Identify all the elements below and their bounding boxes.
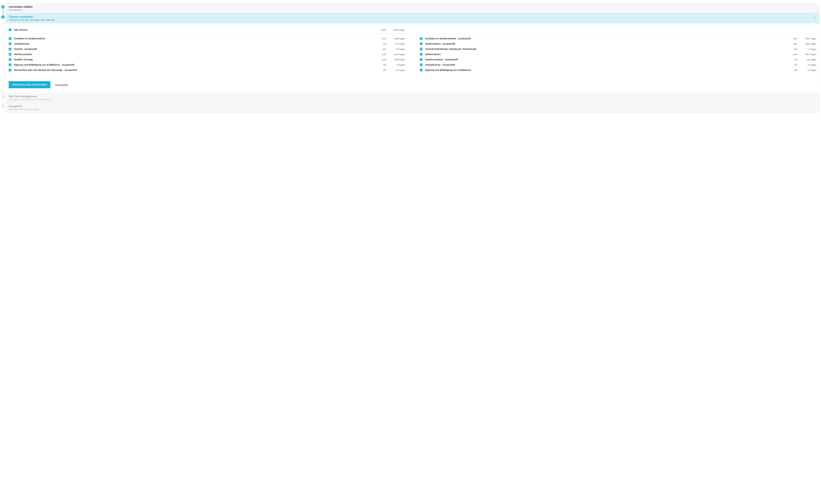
step-3-header[interactable]: Den Test konfigurieren Es ist an der Zei… (6, 93, 819, 103)
topic-checkbox[interactable] (9, 48, 11, 50)
topic-label: Verhalten im Straßenverkehr - Zusatzstof… (425, 37, 785, 40)
topic-label: Umweltschutz (14, 42, 374, 45)
step-2-body: Alle Themen 100% 1345 Fragen Verhalten i… (6, 23, 819, 93)
step-1: Lernmodus wählen Übungsmodus (2, 3, 819, 13)
topic-pct: 12% (375, 58, 386, 61)
topic-checkbox[interactable] (9, 58, 11, 61)
topic-count: 280 Fragen (387, 37, 405, 40)
topic-all-pct: 100% (375, 29, 386, 31)
topic-count: 262 Fragen (798, 53, 816, 56)
step-3-marker: 3 (1, 95, 5, 98)
topic-count: 1 Fragen (798, 69, 816, 71)
topic-label: Verkehrszeichen - Zusatzstoff (425, 58, 785, 61)
topic-label: Technik - Zusatzstoff (14, 48, 374, 50)
topics-col-right: Verhalten im Straßenverkehr - Zusatzstof… (420, 36, 816, 73)
topic-row: Verhalten im Straßenverkehr21%280 Fragen (9, 36, 405, 41)
topic-row: Technik (Fahrbetrieb, Fahrphysik, Fahrte… (420, 46, 816, 52)
save-continue-button[interactable]: SPEICHERN UND FORTFAHREN (9, 81, 50, 88)
topic-checkbox[interactable] (420, 42, 422, 45)
topic-count: 79 Fragen (387, 48, 405, 50)
topics-col-left: Verhalten im Straßenverkehr21%280 Fragen… (9, 36, 405, 73)
topic-label: Gefahrenlehre (425, 53, 785, 56)
topic-pct: 1% (786, 58, 797, 61)
topic-count: 1 Fragen (798, 48, 816, 50)
step-1-titles: Lernmodus wählen Übungsmodus (9, 5, 33, 11)
step-2-number: 2 (2, 16, 3, 18)
checkbox-all[interactable] (9, 29, 11, 31)
topic-row: Eignung und Befähigung von Kraftfahrern … (9, 62, 405, 67)
topics-grid: Verhalten im Straßenverkehr21%280 Fragen… (9, 36, 816, 73)
topic-pct: 15% (786, 43, 797, 45)
step-2-subtitle: Themen für dein Quiz hinzufügen oder ent… (9, 19, 55, 21)
topic-label: Vorschriften über den Betrieb der Fahrze… (14, 69, 374, 71)
topic-all-label: Alle Themen (14, 29, 374, 31)
topic-checkbox[interactable] (420, 53, 422, 56)
rail (3, 13, 3, 93)
topic-label: Verkehrszeichen (14, 53, 374, 56)
topic-row: Gefahrenlehre - Zusatzstoff15%198 Fragen (420, 41, 816, 46)
topic-pct: 0% (375, 64, 386, 66)
topic-count: 158 Fragen (387, 58, 405, 61)
topic-row: Verkehrszeichen11%143 Fragen (9, 52, 405, 57)
topic-pct: 0% (786, 69, 797, 71)
step-2-titles: Themen auswählen Themen für dein Quiz hi… (9, 15, 55, 21)
topic-checkbox[interactable] (9, 63, 11, 66)
topic-pct: 19% (786, 53, 797, 56)
topic-label: Gefahrenlehre - Zusatzstoff (425, 42, 785, 45)
step-1-marker (1, 5, 5, 9)
step-4: 4 Los geht's! Deine Quiz-Einrichtung ist… (2, 103, 819, 113)
topic-all-row: Alle Themen 100% 1345 Fragen (9, 27, 405, 32)
step-3-number: 3 (2, 96, 3, 98)
step-3-subtitle: Es ist an der Zeit, dein Quiz zu konfigu… (9, 98, 51, 101)
step-3-titles: Den Test konfigurieren Es ist an der Zei… (9, 95, 51, 101)
wizard: Lernmodus wählen Übungsmodus 2 Themen au… (0, 0, 821, 116)
topic-row: Verkehrszeichen - Zusatzstoff1%16 Fragen (420, 57, 816, 62)
topic-checkbox[interactable] (9, 69, 11, 71)
step-2-marker: 2 (1, 15, 5, 19)
topic-row: Umweltschutz - Zusatzstoff1%8 Fragen (420, 62, 816, 67)
topic-count: 156 Fragen (798, 37, 816, 40)
step-1-header[interactable]: Lernmodus wählen Übungsmodus (6, 3, 819, 13)
chevron-down-icon (814, 7, 816, 10)
topic-checkbox[interactable] (420, 37, 422, 40)
topic-pct: 0% (786, 48, 797, 50)
step-4-titles: Los geht's! Deine Quiz-Einrichtung ist f… (9, 105, 39, 111)
topic-count: 198 Fragen (798, 43, 816, 45)
step-2-header[interactable]: Themen auswählen Themen für dein Quiz hi… (6, 13, 819, 23)
check-icon (2, 6, 4, 8)
step-1-subtitle: Übungsmodus (9, 9, 33, 11)
step-1-title: Lernmodus wählen (9, 5, 33, 8)
topic-label: Vorfahrt, Vorrang (14, 58, 374, 61)
topic-checkbox[interactable] (9, 42, 11, 45)
topic-label: Verhalten im Straßenverkehr (14, 37, 374, 40)
topic-label: Eignung und Befähigung von Kraftfahrern (425, 69, 785, 71)
step-3-title: Den Test konfigurieren (9, 95, 51, 98)
topic-checkbox[interactable] (420, 48, 422, 50)
topic-row: Technik - Zusatzstoff6%79 Fragen (9, 46, 405, 52)
topic-row: Verhalten im Straßenverkehr - Zusatzstof… (420, 36, 816, 41)
step-4-number: 4 (2, 105, 3, 107)
topic-checkbox[interactable] (9, 37, 11, 40)
topic-label: Technik (Fahrbetrieb, Fahrphysik, Fahrte… (425, 48, 785, 50)
topic-checkbox[interactable] (420, 58, 422, 61)
topic-row: Vorfahrt, Vorrang12%158 Fragen (9, 57, 405, 62)
step-4-header[interactable]: Los geht's! Deine Quiz-Einrichtung ist f… (6, 103, 819, 113)
topic-row: Gefahrenlehre19%262 Fragen (420, 52, 816, 57)
topic-checkbox[interactable] (420, 69, 422, 71)
step-4-marker: 4 (1, 105, 5, 108)
topic-checkbox[interactable] (9, 53, 11, 56)
step-3: 3 Den Test konfigurieren Es ist an der Z… (2, 93, 819, 103)
step-4-title: Los geht's! (9, 105, 39, 108)
topic-pct: 11% (375, 53, 386, 56)
topic-pct: 12% (786, 37, 797, 40)
topic-pct: 1% (786, 64, 797, 66)
topic-count: 16 Fragen (798, 58, 816, 61)
topic-pct: 2% (375, 43, 386, 45)
separator (9, 34, 816, 34)
step-2: 2 Themen auswählen Themen für dein Quiz … (2, 13, 819, 93)
step-2-title: Themen auswählen (9, 15, 55, 18)
topic-count: 143 Fragen (387, 53, 405, 56)
back-link[interactable]: Zurückgehen (55, 84, 68, 86)
topic-count: 8 Fragen (798, 64, 816, 66)
topic-checkbox[interactable] (420, 63, 422, 66)
